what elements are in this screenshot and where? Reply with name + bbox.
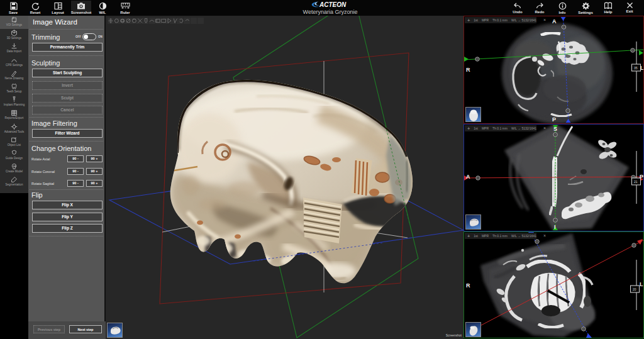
svg-text:20: 20: [633, 287, 636, 291]
svg-text:ACTEON: ACTEON: [319, 1, 347, 8]
svg-text:35: 35: [634, 66, 638, 70]
svg-text:21: 21: [634, 180, 638, 184]
